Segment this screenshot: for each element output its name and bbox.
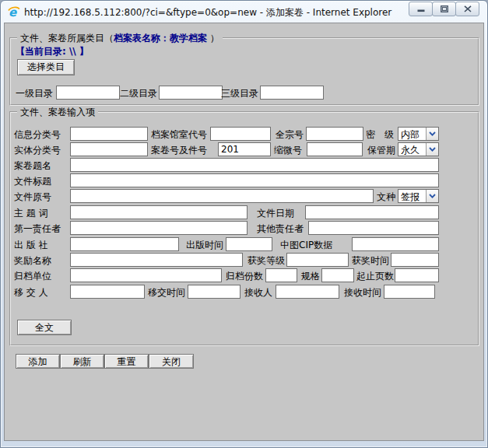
level3-input[interactable] xyxy=(260,86,324,100)
chevron-down-icon xyxy=(426,143,438,156)
form-row: 信息分类号 档案馆室代号 全宗号 密 级 内部 xyxy=(11,127,478,142)
other-authors-input[interactable] xyxy=(308,221,439,235)
page-range-label: 起止页数 xyxy=(356,270,394,283)
transferor-input[interactable] xyxy=(70,285,145,299)
pub-date-label: 出版时间 xyxy=(186,239,223,252)
award-level-label: 获奖等级 xyxy=(248,254,285,268)
input-fieldset: 文件、案卷输入项 信息分类号 档案馆室代号 全宗号 密 级 内部 xyxy=(9,111,479,346)
page-content: 文件、案卷所属类目（档案表名称：教学档案 ） 【当前目录: \\ 】 选择类目 … xyxy=(4,23,484,441)
form-row: 文件原号 文种 签报 xyxy=(11,189,478,205)
secrecy-select[interactable]: 内部 xyxy=(398,127,439,141)
doc-type-value: 签报 xyxy=(398,190,426,202)
chevron-down-icon xyxy=(426,190,438,202)
doc-title-label: 文件标题 xyxy=(14,175,51,188)
filing-unit-label: 归档单位 xyxy=(14,270,51,283)
doc-date-input[interactable] xyxy=(305,205,439,219)
refresh-button[interactable]: 刷新 xyxy=(60,354,104,369)
receiver-input[interactable] xyxy=(276,285,339,299)
form-row: 归档单位 归档份数 规格 起止页数 xyxy=(11,268,478,284)
archive-code-input[interactable] xyxy=(210,127,271,141)
spec-input[interactable] xyxy=(321,268,354,282)
form-row: 出 版 社 出版时间 中图CIP数据 xyxy=(11,237,478,253)
first-author-input[interactable] xyxy=(70,221,248,235)
level1-label: 一级目录 xyxy=(16,87,53,100)
level2-input[interactable] xyxy=(159,86,223,100)
doc-orig-no-input[interactable] xyxy=(70,189,374,203)
close-dialog-button[interactable]: 关闭 xyxy=(149,354,194,369)
award-name-label: 奖励名称 xyxy=(14,254,51,268)
receiver-label: 接收人 xyxy=(244,286,272,299)
maximize-button[interactable] xyxy=(432,2,456,16)
spec-label: 规格 xyxy=(301,270,320,283)
receive-date-input[interactable] xyxy=(384,285,435,299)
close-icon xyxy=(464,5,472,12)
cip-data-input[interactable] xyxy=(352,237,439,251)
entity-class-input[interactable] xyxy=(70,142,148,156)
microfilm-no-label: 缩微号 xyxy=(274,144,302,157)
form-row: 文件标题 xyxy=(11,173,478,189)
transfer-date-label: 移交时间 xyxy=(148,286,185,299)
subject-words-label: 主 题 词 xyxy=(14,207,48,220)
case-title-label: 案卷题名 xyxy=(14,159,51,173)
entity-class-label: 实体分类号 xyxy=(14,144,61,157)
filing-copies-label: 归档份数 xyxy=(226,270,263,283)
archive-code-label: 档案馆室代号 xyxy=(151,128,207,142)
add-button[interactable]: 添加 xyxy=(16,354,60,369)
window-title: http://192.168.5.112:800/?ci=&ftype=0&op… xyxy=(24,6,391,19)
page-range-input[interactable] xyxy=(395,268,439,282)
category-legend: 文件、案卷所属类目（档案表名称：教学档案 ） xyxy=(17,32,223,45)
case-no-input[interactable] xyxy=(218,142,271,156)
chevron-down-icon xyxy=(426,128,438,140)
form-row: 移 交 人 移交时间 接收人 接收时间 xyxy=(11,285,478,300)
pub-date-input[interactable] xyxy=(226,237,272,251)
transfer-date-input[interactable] xyxy=(188,285,240,299)
choose-category-button[interactable]: 选择类目 xyxy=(17,59,75,75)
doc-date-label: 文件日期 xyxy=(257,207,294,220)
microfilm-no-input[interactable] xyxy=(307,142,363,156)
doc-type-label: 文种 xyxy=(377,191,395,204)
filing-unit-input[interactable] xyxy=(70,268,222,282)
retention-value: 永久 xyxy=(398,143,426,156)
fulltext-button[interactable]: 全文 xyxy=(17,320,72,335)
case-title-input[interactable] xyxy=(70,158,439,172)
close-button[interactable] xyxy=(455,2,479,16)
case-no-label: 案卷号及件号 xyxy=(151,144,207,157)
publisher-input[interactable] xyxy=(70,237,179,251)
category-fieldset: 文件、案卷所属类目（档案表名称：教学档案 ） 【当前目录: \\ 】 选择类目 … xyxy=(9,37,479,106)
title-bar: e http://192.168.5.112:800/?ci=&ftype=0&… xyxy=(1,1,487,23)
award-date-input[interactable] xyxy=(391,253,439,267)
level2-label: 二级目录 xyxy=(120,87,157,100)
subject-words-input[interactable] xyxy=(70,205,248,219)
other-authors-label: 其他责任者 xyxy=(257,222,304,236)
reset-button[interactable]: 重置 xyxy=(104,354,149,369)
cip-data-label: 中图CIP数据 xyxy=(280,239,332,252)
doc-type-select[interactable]: 签报 xyxy=(398,189,439,203)
level1-input[interactable] xyxy=(56,86,120,100)
minimize-icon xyxy=(417,5,425,12)
form-row: 第一责任者 其他责任者 xyxy=(11,221,478,236)
retention-select[interactable]: 永久 xyxy=(398,142,439,156)
secrecy-value: 内部 xyxy=(398,128,426,140)
doc-title-input[interactable] xyxy=(70,173,439,187)
form-row: 实体分类号 案卷号及件号 缩微号 保管期 永久 xyxy=(11,142,478,158)
form-row: 主 题 词 文件日期 xyxy=(11,205,478,221)
level3-label: 三级目录 xyxy=(221,87,258,100)
fonds-no-label: 全宗号 xyxy=(276,128,304,142)
minimize-button[interactable] xyxy=(409,2,433,16)
directory-row: 一级目录 二级目录 三级目录 xyxy=(11,86,478,101)
window-controls xyxy=(409,2,479,16)
form-row: 案卷题名 xyxy=(11,158,478,173)
award-name-input[interactable] xyxy=(70,253,243,267)
current-directory: 【当前目录: \\ 】 xyxy=(16,45,89,58)
internet-explorer-icon: e xyxy=(7,5,20,18)
archive-table-name: 档案表名称：教学档案 xyxy=(114,33,207,44)
award-level-input[interactable] xyxy=(286,253,349,267)
first-author-label: 第一责任者 xyxy=(14,222,61,236)
browser-window: e http://192.168.5.112:800/?ci=&ftype=0&… xyxy=(0,0,488,448)
form-row: 奖励名称 获奖等级 获奖时间 xyxy=(11,253,478,268)
filing-copies-input[interactable] xyxy=(265,268,297,282)
info-class-input[interactable] xyxy=(70,127,148,141)
fonds-no-input[interactable] xyxy=(306,127,363,141)
receive-date-label: 接收时间 xyxy=(344,286,381,299)
input-legend: 文件、案卷输入项 xyxy=(17,106,98,119)
